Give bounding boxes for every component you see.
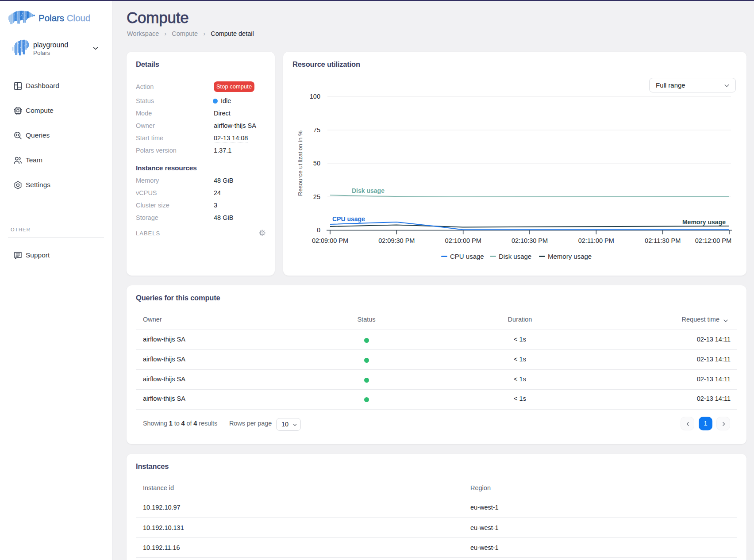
svg-text:75: 75 [313,127,320,134]
svg-text:02:11:00 PM: 02:11:00 PM [578,237,614,244]
svg-text:Disk usage: Disk usage [352,187,385,194]
svg-text:02:10:30 PM: 02:10:30 PM [512,237,548,244]
svg-text:100: 100 [310,93,320,100]
svg-text:50: 50 [313,160,320,167]
svg-text:CPU usage: CPU usage [332,215,365,222]
svg-text:02:09:30 PM: 02:09:30 PM [378,237,415,244]
svg-text:Resource utilization in %: Resource utilization in % [297,130,304,196]
svg-text:0: 0 [317,226,320,234]
svg-text:02:09:00 PM: 02:09:00 PM [312,237,348,244]
svg-text:Memory usage: Memory usage [682,219,726,226]
svg-text:02:10:00 PM: 02:10:00 PM [445,237,481,244]
svg-text:02:11:30 PM: 02:11:30 PM [645,237,681,244]
svg-text:02:12:00 PM: 02:12:00 PM [695,237,731,244]
svg-text:25: 25 [313,193,320,200]
